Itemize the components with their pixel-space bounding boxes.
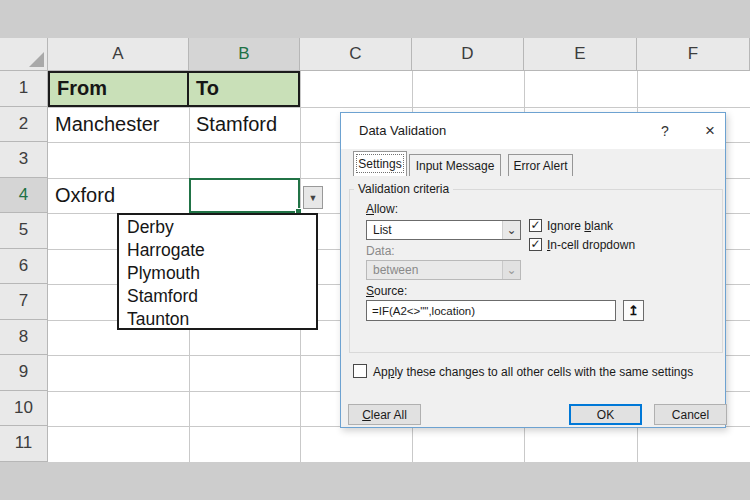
allow-label: Allow: <box>366 202 398 216</box>
row-header-2[interactable]: 2 <box>0 107 48 143</box>
ignore-blank-checkbox[interactable]: ✓ <box>529 219 542 232</box>
dropdown-arrow-icon: ▼ <box>309 193 318 203</box>
help-icon[interactable]: ? <box>656 113 674 149</box>
row-header-7[interactable]: 7 <box>0 284 48 320</box>
in-cell-dropdown-button[interactable]: ▼ <box>303 186 323 209</box>
cell-b2[interactable]: Stamford <box>189 107 300 143</box>
list-item[interactable]: Derby <box>119 216 316 239</box>
selected-cell-b4[interactable] <box>189 178 300 214</box>
chevron-down-icon[interactable]: ⌄ <box>502 221 520 239</box>
dialog-title: Data Validation <box>359 113 446 149</box>
in-cell-dropdown-label[interactable]: In-cell dropdown <box>547 238 635 252</box>
list-item[interactable]: Stamford <box>119 285 316 308</box>
tab-input-message[interactable]: Input Message <box>409 154 501 176</box>
row-header-8[interactable]: 8 <box>0 320 48 356</box>
clear-all-button[interactable]: Clear All <box>348 404 421 425</box>
select-all-triangle-icon <box>29 52 44 67</box>
column-header-b[interactable]: B <box>189 38 300 71</box>
data-value: between <box>373 263 418 277</box>
allow-value: List <box>373 223 392 237</box>
row-header-3[interactable]: 3 <box>0 142 48 178</box>
cell-a2[interactable]: Manchester <box>48 107 189 143</box>
cell-b1[interactable]: To <box>189 71 300 107</box>
column-header-e[interactable]: E <box>524 38 637 71</box>
list-item[interactable]: Plymouth <box>119 262 316 285</box>
row-header-5[interactable]: 5 <box>0 213 48 249</box>
column-header-f[interactable]: F <box>637 38 750 71</box>
letterbox-top <box>0 0 750 38</box>
tab-error-alert[interactable]: Error Alert <box>508 154 573 176</box>
column-header-c[interactable]: C <box>300 38 412 71</box>
select-all-corner[interactable] <box>0 38 48 71</box>
allow-combobox[interactable]: List ⌄ <box>366 220 521 240</box>
ok-button[interactable]: OK <box>569 404 642 425</box>
cell-a1[interactable]: From <box>48 71 189 107</box>
collapse-dialog-icon: ↥ <box>628 303 639 318</box>
column-header-a[interactable]: A <box>48 38 189 71</box>
cancel-button[interactable]: Cancel <box>654 404 727 425</box>
collapse-dialog-button[interactable]: ↥ <box>623 300 644 321</box>
row-header-4[interactable]: 4 <box>0 178 48 214</box>
cell-a4[interactable]: Oxford <box>48 178 189 214</box>
row-header-1[interactable]: 1 <box>0 71 48 107</box>
source-label: Source: <box>366 284 407 298</box>
data-combobox: between ⌄ <box>366 260 521 280</box>
column-header-d[interactable]: D <box>412 38 524 71</box>
chevron-down-icon: ⌄ <box>502 261 520 279</box>
validation-dropdown-list: Derby Harrogate Plymouth Stamford Taunto… <box>117 213 318 330</box>
data-label: Data: <box>366 244 395 258</box>
letterbox-bottom <box>0 462 750 500</box>
tab-settings[interactable]: Settings <box>353 151 407 176</box>
validation-criteria-label: Validation criteria <box>354 182 453 196</box>
row-header-11[interactable]: 11 <box>0 426 48 462</box>
source-input[interactable] <box>366 300 616 321</box>
ignore-blank-label[interactable]: Ignore blank <box>547 219 613 233</box>
data-validation-dialog: Data Validation ? × Settings Input Messa… <box>340 112 726 428</box>
row-header-9[interactable]: 9 <box>0 355 48 391</box>
list-item[interactable]: Harrogate <box>119 239 316 262</box>
row-header-6[interactable]: 6 <box>0 249 48 285</box>
row-header-10[interactable]: 10 <box>0 391 48 427</box>
close-icon[interactable]: × <box>698 113 722 149</box>
apply-all-label[interactable]: Apply these changes to all other cells w… <box>373 365 693 379</box>
list-item[interactable]: Taunton <box>119 308 316 331</box>
apply-all-checkbox[interactable] <box>353 364 367 378</box>
in-cell-dropdown-checkbox[interactable]: ✓ <box>529 238 542 251</box>
dialog-titlebar[interactable]: Data Validation ? × <box>341 113 725 149</box>
